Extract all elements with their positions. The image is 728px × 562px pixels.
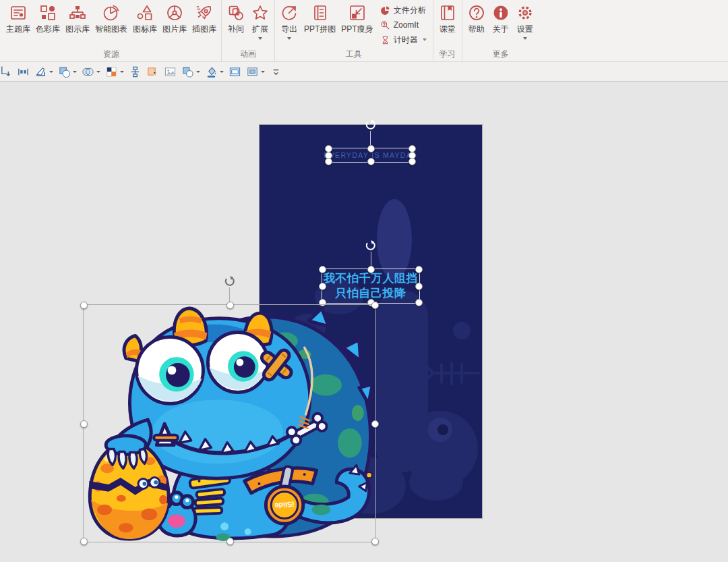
color-library-icon — [38, 3, 57, 22]
ribbon-button-diagram-library[interactable]: 图示库 — [63, 0, 92, 35]
ribbon-button-zoomit[interactable]: ZoomIt — [380, 19, 427, 31]
ribbon-button-smart-chart[interactable]: 智能图表 — [92, 0, 130, 35]
ribbon-group-label: 更多 — [464, 49, 537, 61]
subtitle-textbox[interactable]: 我不怕千万人阻挡 只怕自己投降 — [322, 269, 420, 304]
recolor-swatch-button[interactable] — [103, 63, 126, 80]
zoomit-magnifier-icon — [380, 20, 390, 30]
ribbon-button-picture-library[interactable]: 图片库 — [160, 0, 189, 35]
ribbon-button-file-analysis[interactable]: 文件分析 — [380, 4, 427, 16]
selection-handle[interactable] — [80, 420, 88, 428]
theme-library-icon — [9, 3, 28, 22]
fill-color-button[interactable] — [203, 63, 226, 80]
chevron-down-icon — [96, 71, 100, 73]
distribute-align-button[interactable] — [127, 63, 144, 80]
chevron-down-icon — [73, 71, 77, 73]
ribbon-button-ppt-slim[interactable]: PPT瘦身 — [338, 0, 375, 35]
selection-handle[interactable] — [367, 145, 375, 152]
ribbon-button-label: 扩展 — [252, 24, 268, 35]
islide-dragon-mascot-image[interactable]: iSlide — [84, 306, 375, 542]
boolean-shapes-button[interactable] — [80, 63, 102, 80]
selection-handle[interactable] — [319, 266, 326, 273]
chevron-down-icon — [523, 37, 527, 40]
crop-frame-button[interactable] — [244, 63, 267, 80]
settings-gear-icon — [516, 3, 535, 22]
selection-handle[interactable] — [415, 283, 423, 290]
selection-handle[interactable] — [371, 302, 379, 309]
distribute-align-icon — [129, 65, 142, 78]
selection-handle[interactable] — [371, 538, 379, 545]
ribbon-button-color-library[interactable]: 色彩库 — [33, 0, 63, 35]
crop-frame-icon — [246, 65, 259, 78]
selection-handle[interactable] — [80, 538, 88, 545]
shape-combine-button[interactable] — [179, 63, 202, 80]
ribbon-button-ppt-puzzle[interactable]: PPT拼图 — [301, 0, 338, 35]
picture-library-icon — [165, 3, 184, 22]
selection-handle[interactable] — [319, 283, 326, 290]
chevron-down-icon — [261, 71, 265, 73]
ribbon-button-timer[interactable]: 计时器 — [380, 34, 427, 46]
selection-handle[interactable] — [226, 302, 234, 309]
ribbon-button-label: ZoomIt — [394, 20, 419, 30]
ribbon-button-export[interactable]: 导出 — [277, 0, 301, 40]
selection-handle[interactable] — [371, 420, 379, 428]
mascot-image-selection[interactable]: iSlide — [83, 304, 376, 542]
ribbon-group-more: 帮助 关于 设置 更多 — [462, 0, 539, 61]
diagram-library-icon — [68, 3, 87, 22]
ribbon-button-label: 色彩库 — [36, 24, 60, 35]
ribbon-button-about[interactable]: 关于 — [489, 0, 513, 35]
merge-shapes-button[interactable] — [56, 63, 79, 80]
ribbon-button-icon-library[interactable]: 图标库 — [130, 0, 160, 35]
selection-handle[interactable] — [80, 302, 88, 309]
merge-shapes-icon — [58, 65, 71, 78]
export-icon — [280, 3, 299, 22]
selection-handle[interactable] — [367, 266, 375, 273]
align-guides-icon — [0, 65, 12, 78]
edit-vertex-icon — [34, 65, 47, 78]
ribbon-button-label: 帮助 — [468, 24, 485, 35]
timer-hourglass-icon — [380, 35, 390, 45]
fill-color-icon — [205, 65, 218, 78]
ribbon-button-label: 文件分析 — [394, 5, 426, 16]
insert-picture-button[interactable] — [162, 63, 179, 80]
extension-star-icon — [251, 3, 270, 22]
selection-handle[interactable] — [415, 299, 423, 306]
quick-access-toolbar — [0, 62, 728, 82]
ribbon-button-settings[interactable]: 设置 — [513, 0, 537, 40]
align-guides-button[interactable] — [0, 63, 14, 80]
selection-handle[interactable] — [415, 266, 423, 273]
ribbon-button-label: 计时器 — [394, 34, 418, 46]
chevron-down-icon — [49, 71, 53, 73]
toolbar-overflow-button[interactable] — [268, 63, 284, 80]
rotate-handle-icon[interactable] — [365, 119, 377, 131]
ribbon-button-label: 图片库 — [162, 24, 187, 35]
ribbon-button-label: 插图库 — [192, 24, 216, 35]
ribbon-button-illustration-library[interactable]: 插图库 — [189, 0, 219, 35]
selection-paste-icon — [146, 65, 159, 78]
ribbon-group-label: 动画 — [224, 49, 272, 61]
text-frame-button[interactable] — [226, 63, 243, 80]
ribbon-button-label: PPT瘦身 — [341, 24, 373, 35]
ribbon-button-theme-library[interactable]: 主题库 — [3, 0, 33, 35]
ribbon-group-learning: 课堂 学习 — [433, 0, 462, 61]
selection-handle[interactable] — [325, 158, 332, 165]
boolean-shapes-icon — [82, 65, 94, 78]
title-textbox[interactable]: · EVERYDAY IS MAYDAY · — [328, 148, 413, 163]
rotate-handle-icon[interactable] — [365, 240, 377, 252]
icon-library-icon — [135, 3, 154, 22]
selection-paste-button[interactable] — [144, 63, 161, 80]
selection-handle[interactable] — [367, 158, 375, 165]
rotate-handle-icon[interactable] — [224, 275, 236, 287]
toolbar-overflow-icon — [270, 65, 282, 78]
selection-handle[interactable] — [408, 158, 416, 165]
edit-vertex-button[interactable] — [32, 63, 55, 80]
match-size-button[interactable] — [15, 63, 32, 80]
selection-handle[interactable] — [226, 538, 234, 545]
tween-icon — [226, 3, 245, 22]
ribbon-button-label: 智能图表 — [95, 24, 127, 35]
ribbon-button-help[interactable]: 帮助 — [464, 0, 489, 35]
ribbon-button-label: 补间 — [228, 24, 244, 35]
ribbon-button-classroom[interactable]: 课堂 — [435, 0, 460, 35]
ribbon-group-tools: 导出 PPT拼图 PPT瘦身 文件分析 ZoomIt — [275, 0, 433, 61]
ribbon-button-tween[interactable]: 补间 — [224, 0, 248, 35]
ribbon-button-extension[interactable]: 扩展 — [248, 0, 272, 40]
